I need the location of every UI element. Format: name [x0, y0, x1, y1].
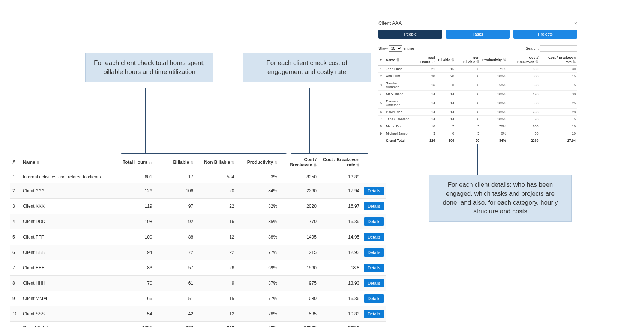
col-cost-breakeven[interactable]: Cost / Breakeven⇅	[279, 154, 319, 171]
dgrand-costberate: 17.94	[540, 137, 577, 144]
cell-costbe: 585	[279, 306, 319, 322]
sort-icon: ⇅	[451, 58, 454, 62]
tab-tasks[interactable]: Tasks	[446, 30, 510, 39]
tab-projects[interactable]: Projects	[513, 30, 577, 39]
details-button[interactable]: Details	[364, 310, 384, 318]
cell-name: Client DDD	[21, 214, 115, 230]
cell-nonbillable: 15	[195, 291, 236, 306]
details-button[interactable]: Details	[364, 202, 384, 210]
dcol-billable[interactable]: Billable⇅	[437, 54, 456, 66]
callout-details: For each client details: who has been en…	[429, 175, 572, 222]
col-productivity[interactable]: Productivity⇅	[236, 154, 279, 171]
col-billable[interactable]: Billable⇅	[155, 154, 195, 171]
cell-name: Michael Janson	[384, 130, 412, 137]
cell-name: Client FFF	[21, 230, 115, 245]
cell-nonbillable: 9	[195, 276, 236, 291]
cell-name: Client SSS	[21, 306, 115, 322]
cell-name: Client BBB	[21, 245, 115, 260]
col-total-hours[interactable]: Total Hours↓↑	[115, 154, 154, 171]
cell-nonbillable: 22	[195, 199, 236, 214]
grand-total-nonbillable: 848	[195, 322, 236, 327]
cell-name: Client KKK	[21, 199, 115, 214]
cell-nonbillable: 0	[456, 98, 481, 109]
cell-productivity: 77%	[236, 245, 279, 260]
cell-costberate: 14.95	[319, 230, 362, 245]
col-index[interactable]: #	[10, 154, 21, 171]
cell-costbe: 1495	[279, 230, 319, 245]
dcol-total[interactable]: Total Hours↓↑	[412, 54, 437, 66]
cell-total: 3	[412, 130, 437, 137]
table-row: 3Client KKK119972282%202016.97Details	[10, 199, 386, 214]
grand-total-costbe: 26545	[279, 322, 319, 327]
sort-icon: ↓↑	[431, 60, 435, 64]
cell-index: 1	[10, 171, 21, 183]
cell-nonbillable: 0	[456, 116, 481, 123]
details-button[interactable]: Details	[364, 233, 384, 241]
cell-total: 14	[412, 98, 437, 109]
details-button[interactable]: Details	[364, 264, 384, 272]
cell-name: Mark Jason	[384, 91, 412, 98]
cell-index: 4	[10, 214, 21, 230]
col-name[interactable]: Name⇅	[21, 154, 115, 171]
dcol-costbe[interactable]: Cost / Breakeven⇅	[507, 54, 540, 66]
cell-name: Damian Anderson	[384, 98, 412, 109]
table-row: 3Sandra Summer168850%805	[378, 80, 577, 91]
col-cost-breakeven-rate[interactable]: Cost / Breakeven rate⇅	[319, 154, 362, 171]
cell-costberate: 10	[540, 123, 577, 130]
dgrand-nonbillable: 20	[456, 137, 481, 144]
tab-people[interactable]: People	[378, 30, 442, 39]
cell-costbe: 30	[507, 130, 540, 137]
details-button[interactable]: Details	[364, 294, 384, 303]
cell-costberate: 13.89	[319, 171, 362, 183]
col-nonbillable[interactable]: Non Billable⇅	[195, 154, 236, 171]
cell-total: 83	[115, 260, 154, 276]
cell-nonbillable: 26	[195, 260, 236, 276]
cell-nonbillable: 22	[195, 245, 236, 260]
details-button[interactable]: Details	[364, 187, 384, 195]
cell-billable: 17	[155, 171, 195, 183]
entries-label: entries	[404, 46, 415, 51]
cell-costbe: 630	[507, 66, 540, 73]
table-row: 4Mark Jason14140100%42030	[378, 91, 577, 98]
cell-costbe: 1080	[279, 291, 319, 306]
close-icon[interactable]: ×	[574, 20, 577, 26]
cell-billable: 14	[437, 98, 456, 109]
cell-nonbillable: 20	[195, 183, 236, 199]
cell-name: Client HHH	[21, 276, 115, 291]
dcol-index[interactable]: #	[378, 54, 384, 66]
details-button[interactable]: Details	[364, 279, 384, 287]
cell-nonbillable: 3	[456, 123, 481, 130]
dcol-productivity[interactable]: Productivity⇅	[481, 54, 507, 66]
dcol-costberate[interactable]: Cost / Breakeven rate⇅	[540, 54, 577, 66]
cell-name: Client EEE	[21, 260, 115, 276]
page-size-select[interactable]: 10	[389, 45, 402, 52]
cell-costberate: 18.8	[319, 260, 362, 276]
people-table: # Name⇅ Total Hours↓↑ Billable⇅ Non Bill…	[378, 54, 577, 144]
cell-total: 16	[412, 80, 437, 91]
sort-icon: ⇅	[573, 60, 576, 64]
sort-icon: ⇅	[476, 60, 479, 64]
table-row: 10Client SSS54421278%58510.83Details	[10, 306, 386, 322]
cell-index: 9	[378, 130, 384, 137]
search-input[interactable]	[540, 45, 577, 52]
cell-productivity: 69%	[236, 260, 279, 276]
cell-name: Sandra Summer	[384, 80, 412, 91]
details-button[interactable]: Details	[364, 218, 384, 226]
dcol-name[interactable]: Name⇅	[384, 54, 412, 66]
cell-billable: 88	[155, 230, 195, 245]
cell-productivity: 0%	[481, 130, 507, 137]
cell-costberate: 13.93	[319, 276, 362, 291]
callout-cost: For each client check cost of engagement…	[243, 53, 371, 82]
cell-billable: 51	[155, 291, 195, 306]
cell-billable: 57	[155, 260, 195, 276]
cell-costbe: 420	[507, 91, 540, 98]
sort-icon: ⇅	[396, 58, 399, 62]
grand-total-costberate: 368.2	[319, 322, 362, 327]
details-button[interactable]: Details	[364, 248, 384, 256]
dcol-nonbillable[interactable]: Non Billable⇅	[456, 54, 481, 66]
sort-icon: ⇅	[36, 160, 39, 165]
connector-line	[309, 88, 310, 155]
cell-costberate: 30	[540, 91, 577, 98]
cell-costbe: 975	[279, 276, 319, 291]
connector-line	[145, 88, 146, 155]
